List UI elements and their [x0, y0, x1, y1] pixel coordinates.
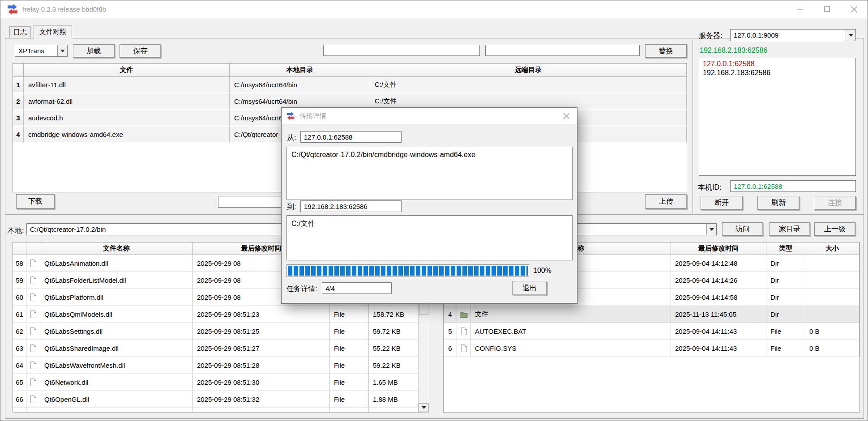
file-name: Qt6LabsFolderListModel.dll	[40, 272, 193, 289]
col-modified-time[interactable]: 最后修改时间	[671, 242, 766, 255]
task-detail-label: 任务详情:	[286, 285, 317, 294]
row-number: 4	[13, 127, 24, 143]
col-remote-dir[interactable]: 远端目录	[370, 64, 687, 77]
file-icon	[26, 391, 40, 408]
from-field[interactable]	[300, 131, 402, 143]
peer-list-item[interactable]: 127.0.0.1:62588	[699, 60, 855, 68]
connect-button[interactable]: 连接	[814, 196, 856, 210]
modified-time: 2025-09-29 08:51:25	[193, 323, 330, 340]
transfer-table-header: 文件 本地目录 远端目录	[13, 64, 687, 77]
minimize-button[interactable]	[787, 0, 814, 18]
file-row[interactable]: 66Qt6OpenGL.dll2025-09-29 08:51:32File1.…	[13, 391, 419, 408]
file-type: Dir	[766, 289, 805, 306]
file-name: AUTOEXEC.BAT	[471, 323, 671, 340]
row-number: 60	[13, 289, 26, 306]
file-size: 158.72 KB	[369, 306, 419, 323]
replace-input[interactable]	[485, 45, 640, 56]
row-number: 65	[13, 374, 26, 391]
load-button[interactable]: 加载	[73, 44, 115, 58]
row-number: 4	[444, 306, 457, 323]
file-name: Qt6LabsWavefrontMesh.dll	[40, 357, 193, 374]
row-number: 58	[13, 255, 26, 272]
file-size: 0 B	[805, 323, 859, 340]
row-number: 64	[13, 357, 26, 374]
file-type: File	[330, 391, 369, 408]
local-id-field[interactable]	[730, 180, 856, 192]
folder-icon	[457, 306, 471, 323]
file-row[interactable]	[13, 408, 419, 412]
dialog-close-icon[interactable]	[558, 108, 574, 124]
file-row[interactable]: 63Qt6LabsSharedImage.dll2025-09-29 08:51…	[13, 340, 419, 357]
row-number: 66	[13, 391, 26, 408]
file-type: File	[330, 374, 369, 391]
file-row[interactable]: 6CONFIG.SYS2025-09-04 14:11:43File0 B	[444, 340, 859, 357]
file-row[interactable]: 62Qt6LabsSettings.dll2025-09-29 08:51:25…	[13, 323, 419, 340]
file-name: Qt6LabsPlatform.dll	[40, 289, 193, 306]
file-type: File	[330, 323, 369, 340]
file-name: CONFIG.SYS	[471, 340, 671, 357]
file-icon	[26, 306, 40, 323]
chevron-down-icon	[57, 45, 67, 56]
disconnect-button[interactable]: 断开	[701, 196, 743, 210]
local-id-label: 本机ID:	[698, 183, 721, 192]
home-dir-button[interactable]: 家目录	[769, 222, 810, 236]
col-type[interactable]: 类型	[766, 242, 805, 255]
file-icon	[26, 340, 40, 357]
col-file-name[interactable]: 文件名称	[40, 242, 193, 255]
file-type: Dir	[766, 306, 805, 323]
exit-button[interactable]: 退出	[512, 281, 547, 295]
remote-dir: C:/文件	[370, 77, 687, 94]
title-bar: frelay 0.2.3 release bbd0f8b	[0, 0, 868, 18]
up-level-button[interactable]: 上一级	[814, 222, 855, 236]
file-row[interactable]: 64Qt6LabsWavefrontMesh.dll2025-09-29 08:…	[13, 357, 419, 374]
upload-button[interactable]: 上传	[645, 194, 687, 209]
scroll-down-icon[interactable]	[419, 403, 429, 412]
transfer-details-dialog: 传输详情 从: C:/Qt/qtcreator-17.0.2/bin/cmdbr…	[281, 107, 577, 304]
file-row[interactable]: 61Qt6LabsQmlModels.dll2025-09-29 08:51:2…	[13, 306, 419, 323]
replace-button[interactable]: 替换	[645, 44, 687, 58]
file-size	[805, 272, 859, 289]
dialog-title-bar: 传输详情	[282, 108, 577, 124]
refresh-button[interactable]: 刷新	[757, 196, 800, 210]
file-type: File	[766, 323, 805, 340]
col-local-dir[interactable]: 本地目录	[230, 64, 370, 77]
file-row[interactable]: 65Qt6Network.dll2025-09-29 08:51:30File1…	[13, 374, 419, 391]
file-name: Qt6LabsSettings.dll	[40, 323, 193, 340]
col-file[interactable]: 文件	[24, 64, 230, 77]
app-logo-icon	[7, 4, 18, 17]
save-button[interactable]: 保存	[120, 44, 161, 58]
to-field[interactable]	[300, 200, 402, 212]
peer-list-item[interactable]: 192.168.2.183:62586	[699, 68, 855, 77]
modified-time	[193, 408, 330, 412]
server-select[interactable]: 127.0.0.1:9009	[730, 29, 856, 41]
source-path-box[interactable]: C:/Qt/qtcreator-17.0.2/bin/cmdbridge-win…	[286, 147, 573, 200]
file-name	[40, 408, 193, 412]
tab-log[interactable]: 日志	[9, 26, 31, 38]
file-name: Qt6OpenGL.dll	[40, 391, 193, 408]
row-number: 59	[13, 272, 26, 289]
file-row[interactable]: 5AUTOEXEC.BAT2025-09-04 14:11:43File0 B	[444, 323, 859, 340]
preset-select[interactable]: XPTrans	[15, 45, 68, 57]
peer-list[interactable]: 127.0.0.1:62588192.168.2.183:62586	[699, 58, 856, 176]
tab-file-compare[interactable]: 文件对照	[34, 25, 72, 38]
dest-path-box[interactable]: C:/文件	[286, 215, 573, 260]
maximize-button[interactable]	[814, 0, 841, 18]
close-button[interactable]	[841, 0, 868, 18]
modified-time: 2025-09-04 14:12:48	[671, 255, 766, 272]
task-detail-field[interactable]	[322, 282, 392, 294]
server-address: 127.0.0.1:9009	[731, 31, 846, 39]
download-button[interactable]: 下载	[16, 194, 55, 209]
transfer-row[interactable]: 1avfilter-11.dllC:/msys64/ucrt64/binC:/文…	[13, 77, 687, 94]
col-size[interactable]: 大小	[805, 242, 859, 255]
row-number: 6	[444, 340, 457, 357]
file-size: 59.72 KB	[369, 323, 419, 340]
visit-button[interactable]: 访问	[722, 222, 763, 236]
file-row[interactable]: 4文件2025-11-13 11:45:05Dir	[444, 306, 859, 323]
file-type: File	[330, 340, 369, 357]
file-icon	[26, 323, 40, 340]
search-input[interactable]	[323, 45, 480, 56]
progress-percent: 100%	[533, 267, 552, 275]
modified-time: 2025-09-29 08:51:28	[193, 357, 330, 374]
chevron-down-icon	[846, 30, 855, 41]
modified-time: 2025-09-29 08:51:30	[193, 374, 330, 391]
